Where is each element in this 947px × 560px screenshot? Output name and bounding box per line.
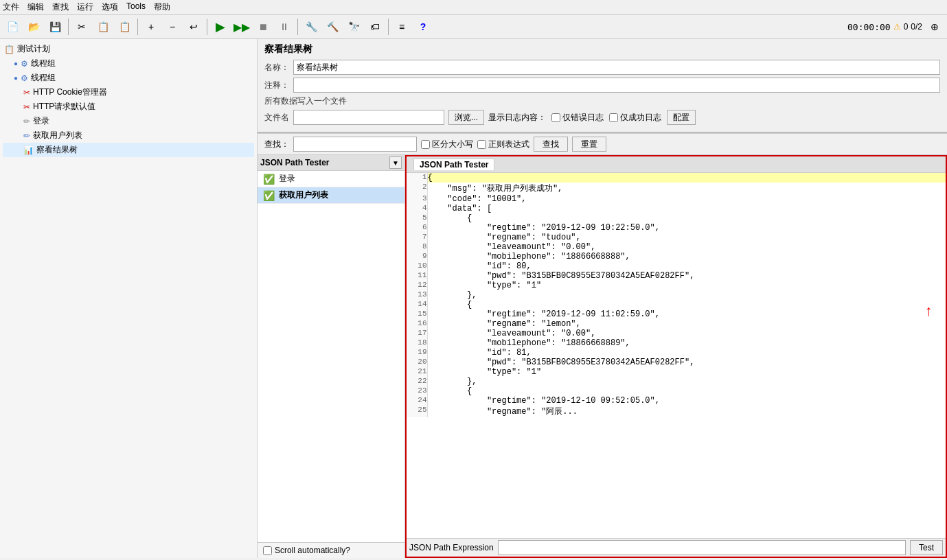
right-panel: 察看结果树 名称： 注释： 所有数据写入一个文件 文件名 浏览... 显示日志内… <box>258 39 947 558</box>
save-button[interactable]: 💾 <box>45 17 65 36</box>
file-input[interactable] <box>293 110 444 125</box>
binoculars-button[interactable]: 🔭 <box>344 17 363 36</box>
line-number: 20 <box>407 358 427 367</box>
tree-item-cookie-manager[interactable]: ✂ HTTP Cookie管理器 <box>3 85 254 100</box>
bottom-bar: JSON Path Expression Test <box>407 538 946 557</box>
undo-button[interactable]: ↩ <box>184 17 203 36</box>
menu-file[interactable]: 文件 <box>3 1 19 13</box>
tree-item-view-results[interactable]: 📊 察看结果树 <box>3 143 254 157</box>
dropdown-button[interactable]: ▼ <box>389 156 402 169</box>
results-left-panel: JSON Path Tester ▼ ✅ 登录 ✅ 获取用户列表 Scroll … <box>258 155 405 558</box>
login-result-label: 登录 <box>279 173 295 185</box>
comment-row: 注释： <box>264 78 940 93</box>
line-content: "id": 80, <box>427 261 946 271</box>
line-content: "data": [ <box>427 204 946 213</box>
line-number: 14 <box>407 300 427 310</box>
tree-item-thread-group-1[interactable]: ● ⚙ 线程组 <box>3 56 254 71</box>
scroll-auto-checkbox[interactable] <box>263 546 272 555</box>
line-number: 22 <box>407 377 427 386</box>
line-content: "regname": "lemon", <box>427 319 946 329</box>
name-label: 名称： <box>264 62 289 73</box>
log-display-row: 显示日志内容： 仅错误日志 仅成功日志 配置 <box>488 110 696 125</box>
stop-button[interactable]: ⏹ <box>253 17 273 36</box>
panel-title: 察看结果树 <box>264 43 940 56</box>
remove-button[interactable]: − <box>163 17 182 36</box>
get-users-label: 获取用户列表 <box>33 130 82 141</box>
result-item-login[interactable]: ✅ 登录 <box>258 171 404 187</box>
login-label: 登录 <box>33 115 49 127</box>
line-content: "type": "1" <box>427 367 946 377</box>
copy-button[interactable]: 📋 <box>93 17 113 36</box>
file-row: 文件名 浏览... 显示日志内容： 仅错误日志 仅成功日志 配置 <box>264 110 940 125</box>
reset-button[interactable]: 重置 <box>572 137 606 152</box>
config-button[interactable]: 配置 <box>667 110 696 125</box>
results-right-tab: JSON Path Tester <box>407 156 946 173</box>
regex-checkbox[interactable] <box>477 140 486 149</box>
search-button[interactable]: 查找 <box>534 137 568 152</box>
line-content: "regtime": "2019-12-09 10:22:50.0", <box>427 223 946 233</box>
regex-label[interactable]: 正则表达式 <box>477 139 529 150</box>
result-item-get-users[interactable]: ✅ 获取用户列表 <box>258 187 404 204</box>
case-sensitive-label[interactable]: 区分大小写 <box>421 139 473 150</box>
success-log-check-label[interactable]: 仅成功日志 <box>609 112 661 124</box>
expand-button[interactable]: ⊕ <box>925 17 944 36</box>
name-input[interactable] <box>293 60 940 75</box>
error-log-check-label[interactable]: 仅错误日志 <box>551 112 604 124</box>
tree-item-get-users[interactable]: ✏ 获取用户列表 <box>3 128 254 143</box>
comment-input[interactable] <box>293 78 940 93</box>
thread-group-1-icon: ⚙ <box>21 59 28 69</box>
menu-tools[interactable]: Tools <box>126 1 146 13</box>
json-content-area[interactable]: ↑ 1{2 "msg": "获取用户列表成功",3 "code": "10001… <box>407 173 946 538</box>
json-path-tester-tab[interactable]: JSON Path Tester <box>413 159 494 170</box>
line-number: 7 <box>407 233 427 242</box>
tree-item-thread-group-2[interactable]: ● ⚙ 线程组 <box>3 71 254 85</box>
thread-group-1-dot: ● <box>14 60 18 67</box>
line-content: { <box>427 300 946 310</box>
cut-button[interactable]: ✂ <box>72 17 91 36</box>
line-number: 19 <box>407 348 427 358</box>
line-number: 8 <box>407 242 427 252</box>
line-number: 24 <box>407 396 427 406</box>
line-number: 23 <box>407 386 427 396</box>
login-icon: ✏ <box>23 117 30 126</box>
help-button[interactable]: ? <box>413 17 433 36</box>
open-button[interactable]: 📂 <box>24 17 43 36</box>
tag-button[interactable]: 🏷 <box>365 17 385 36</box>
pause-button[interactable]: ⏸ <box>275 17 294 36</box>
scroll-auto-row[interactable]: Scroll automatically? <box>258 542 404 558</box>
error-log-checkbox[interactable] <box>551 113 560 122</box>
browse-button[interactable]: 浏览... <box>448 110 484 125</box>
line-content: "msg": "获取用户列表成功", <box>427 183 946 194</box>
play-fast-button[interactable]: ▶▶ <box>232 17 251 36</box>
menu-help[interactable]: 帮助 <box>154 1 170 13</box>
play-button[interactable]: ▶ <box>211 17 230 36</box>
paste-button[interactable]: 📋 <box>115 17 134 36</box>
all-data-label: 所有数据写入一个文件 <box>264 95 940 107</box>
line-content: { <box>427 213 946 223</box>
get-users-result-label: 获取用户列表 <box>279 189 328 201</box>
line-content: }, <box>427 290 946 300</box>
tool1-button[interactable]: 🔧 <box>301 17 321 36</box>
tree-item-http-defaults[interactable]: ✂ HTTP请求默认值 <box>3 100 254 114</box>
cookie-label: HTTP Cookie管理器 <box>33 86 107 98</box>
test-button[interactable]: Test <box>910 540 943 555</box>
warning-count: 0 <box>904 22 909 32</box>
tree-item-test-plan[interactable]: 📋 测试计划 <box>3 42 254 56</box>
list-button[interactable]: ≡ <box>392 17 411 36</box>
new-button[interactable]: 📄 <box>3 17 22 36</box>
line-number: 3 <box>407 194 427 204</box>
success-log-checkbox[interactable] <box>609 113 618 122</box>
line-content: "id": 81, <box>427 348 946 358</box>
separator-4 <box>297 19 298 35</box>
tree-item-login[interactable]: ✏ 登录 <box>3 114 254 128</box>
menu-options[interactable]: 选项 <box>102 1 118 13</box>
json-path-expression-input[interactable] <box>498 540 906 555</box>
menu-run[interactable]: 运行 <box>77 1 93 13</box>
case-sensitive-checkbox[interactable] <box>421 140 430 149</box>
tool2-button[interactable]: 🔨 <box>323 17 342 36</box>
search-input[interactable] <box>293 137 417 152</box>
add-button[interactable]: + <box>141 17 161 36</box>
menu-edit[interactable]: 编辑 <box>27 1 44 13</box>
line-number: 21 <box>407 367 427 377</box>
menu-find[interactable]: 查找 <box>52 1 69 13</box>
